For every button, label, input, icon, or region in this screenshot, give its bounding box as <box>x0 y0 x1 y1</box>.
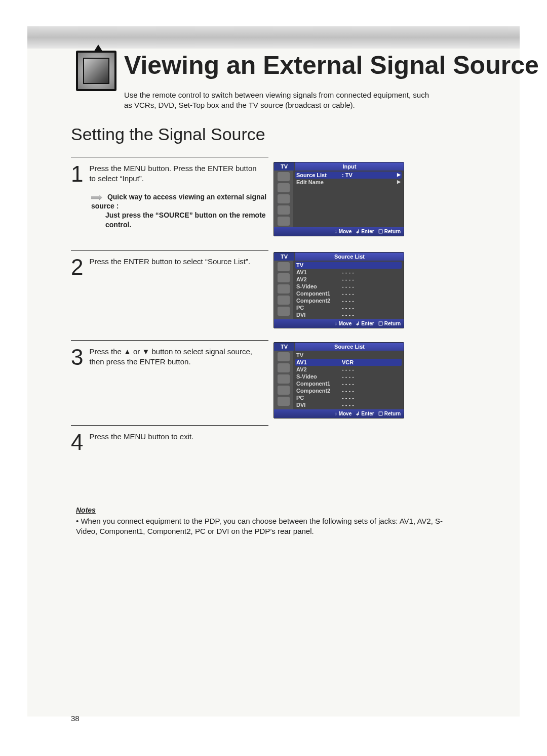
step-3: 3 Press the ▲ or ▼ button to select sign… <box>71 340 268 370</box>
osd-row: DVI- - - - <box>295 311 402 318</box>
osd-mode-label: TV <box>274 162 294 171</box>
osd-row-value: - - - - <box>342 276 382 282</box>
osd-row-value: - - - - <box>342 381 382 387</box>
osd-row: Source List: TV▶ <box>295 172 402 179</box>
osd-row-label: Source List <box>296 172 342 178</box>
osd-icon <box>278 205 290 215</box>
osd-row-value <box>342 262 382 268</box>
osd-title: Input <box>295 162 404 171</box>
osd-icon <box>278 217 290 226</box>
step-text: Press the ENTER button to select “Source… <box>89 255 261 267</box>
tv-icon <box>76 51 116 101</box>
osd-row: AV2- - - - <box>295 366 402 373</box>
osd-footer: ↕ Move ↲ Enter ☐ Return <box>274 409 404 418</box>
osd-row: TV <box>295 262 402 269</box>
arrow-icon <box>91 194 102 200</box>
osd-row-label: DVI <box>296 402 342 408</box>
osd-row-value: - - - - <box>342 305 382 311</box>
osd-row-label: AV1 <box>296 359 342 365</box>
osd-icon <box>278 296 290 305</box>
osd-row-label: PC <box>296 305 342 311</box>
osd-row: AV1- - - - <box>295 269 402 276</box>
osd-row-value: : TV <box>342 172 382 178</box>
osd-row-value: - - - - <box>342 388 382 394</box>
osd-foot-move: ↕ Move <box>335 229 352 234</box>
step-2: 2 Press the ENTER button to select “Sour… <box>71 250 268 280</box>
osd-row-label: AV2 <box>296 366 342 372</box>
osd-row-label: DVI <box>296 312 342 318</box>
osd-mode-label: TV <box>274 343 294 351</box>
osd-screen-input: TV Input Source List: TV▶Edit Name▶ ↕ Mo… <box>274 162 404 236</box>
section-subtitle: Setting the Signal Source <box>71 124 265 144</box>
osd-row-label: AV1 <box>296 269 342 275</box>
osd-row-value: - - - - <box>342 283 382 289</box>
osd-row-value: - - - - <box>342 373 382 380</box>
osd-foot-move: ↕ Move <box>335 411 352 416</box>
osd-foot-enter: ↲ Enter <box>356 321 374 326</box>
chevron-right-icon: ▶ <box>382 179 401 185</box>
osd-row: Component2- - - - <box>295 297 402 304</box>
osd-sidebar-icons <box>274 261 293 319</box>
chevron-right-icon: ▶ <box>382 172 401 178</box>
osd-title: Source List <box>295 253 404 261</box>
osd-foot-return: ☐ Return <box>378 321 401 326</box>
osd-screen-source-list: TV Source List TVAV1- - - -AV2- - - -S-V… <box>274 252 404 328</box>
osd-row-label: Component2 <box>296 388 342 394</box>
osd-sidebar-icons <box>274 171 293 227</box>
page-number: 38 <box>71 714 80 723</box>
tip-line: Quick way to access viewing an external … <box>91 193 266 210</box>
notes-section: Notes • When you connect equipment to th… <box>76 506 461 537</box>
osd-row: Edit Name▶ <box>295 179 402 186</box>
osd-icon <box>278 194 290 203</box>
osd-footer: ↕ Move ↲ Enter ☐ Return <box>274 319 404 328</box>
osd-icon <box>278 397 290 406</box>
osd-row-value: - - - - <box>342 269 382 275</box>
osd-row-value: - - - - <box>342 298 382 304</box>
osd-row: Component2- - - - <box>295 387 402 394</box>
notes-text: When you connect equipment to the PDP, y… <box>76 517 443 535</box>
osd-icon <box>278 172 290 181</box>
osd-row-label: S-Video <box>296 283 342 289</box>
osd-sidebar-icons <box>274 351 293 409</box>
osd-screen-source-list-selected: TV Source List TVAV1VCRAV2- - - -S-Video… <box>274 342 404 418</box>
osd-row: DVI- - - - <box>295 401 402 408</box>
osd-icon <box>278 284 290 293</box>
osd-row: AV1VCR <box>295 359 402 366</box>
osd-rows: Source List: TV▶Edit Name▶ <box>293 171 404 227</box>
notes-heading: Notes <box>76 506 461 514</box>
osd-row: PC- - - - <box>295 304 402 311</box>
tip-line: Just press the “SOURCE” button on the re… <box>105 211 268 229</box>
osd-rows: TVAV1- - - -AV2- - - -S-Video- - - -Comp… <box>293 261 404 319</box>
osd-row-label: Component1 <box>296 290 342 297</box>
step-text: Press the MENU button to exit. <box>89 430 261 442</box>
step-1: 1 Press the MENU button. Press the ENTER… <box>71 157 268 187</box>
osd-row-label: TV <box>296 262 342 268</box>
step-4: 4 Press the MENU button to exit. <box>71 425 268 455</box>
osd-row-label: Component2 <box>296 298 342 304</box>
step-number: 3 <box>71 345 87 370</box>
osd-row-label: PC <box>296 395 342 401</box>
intro-text: Use the remote control to switch between… <box>124 90 438 111</box>
osd-row-label: Edit Name <box>296 179 342 185</box>
osd-foot-enter: ↲ Enter <box>356 411 374 416</box>
osd-footer: ↕ Move ↲ Enter ☐ Return <box>274 227 404 236</box>
osd-foot-return: ☐ Return <box>378 229 401 234</box>
osd-icon <box>278 386 290 395</box>
step-text: Press the MENU button. Press the ENTER b… <box>89 161 261 183</box>
osd-row-value <box>342 179 382 185</box>
osd-title: Source List <box>295 343 404 351</box>
osd-row: TV <box>295 352 402 359</box>
osd-icon <box>278 273 290 282</box>
osd-icon <box>278 183 290 192</box>
osd-foot-enter: ↲ Enter <box>356 229 374 234</box>
osd-icon <box>278 374 290 384</box>
step-number: 4 <box>71 430 87 455</box>
osd-rows: TVAV1VCRAV2- - - -S-Video- - - -Componen… <box>293 351 404 409</box>
osd-mode-label: TV <box>274 253 294 261</box>
osd-icon <box>278 352 290 361</box>
osd-row-label: TV <box>296 352 342 358</box>
osd-row: Component1- - - - <box>295 380 402 387</box>
osd-row-value: - - - - <box>342 290 382 297</box>
step-number: 2 <box>71 255 87 280</box>
osd-row-label: AV2 <box>296 276 342 282</box>
